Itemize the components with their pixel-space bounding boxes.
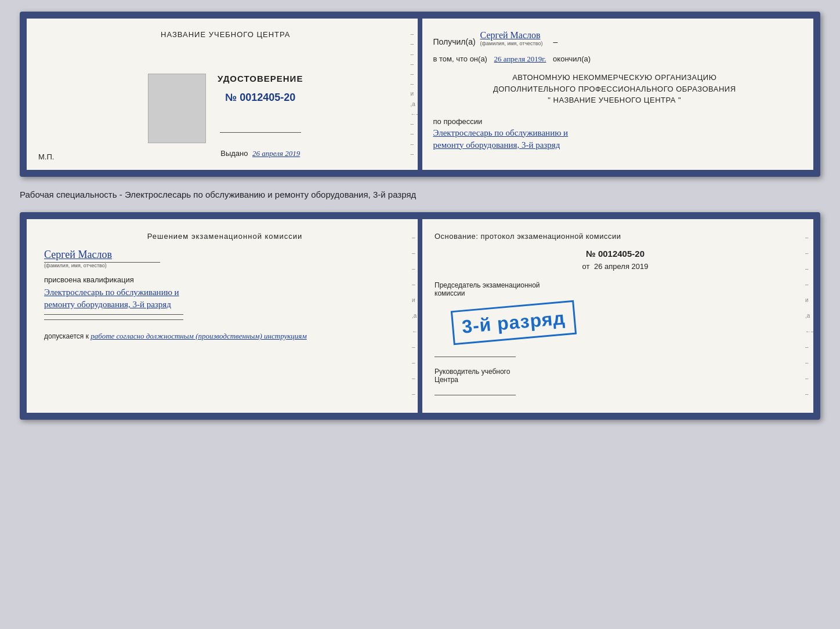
rd11: – (805, 391, 810, 397)
rd7: ←– (805, 329, 810, 335)
side-texture-lower-left: – – – – и ,а ←– – – – – (412, 231, 417, 401)
rd2: – (805, 250, 810, 256)
lower-name-handwritten: Сергей Маслов (44, 249, 112, 261)
lower-qual-line1: Электрослесарь по обслуживанию и (44, 288, 405, 297)
d9: ←– (411, 111, 415, 117)
udost-title: УДОСТОВЕРЕНИЕ (218, 74, 303, 83)
ld6: ,а (412, 313, 417, 319)
upper-center-title: НАЗВАНИЕ УЧЕБНОГО ЦЕНТРА (161, 30, 290, 39)
dopusk-text: работе согласно должностным (производств… (90, 332, 306, 340)
d13: – (411, 151, 415, 157)
ld10: – (412, 376, 417, 381)
recipient-handwritten: Сергей Маслов (480, 30, 541, 41)
rukovoditel-sig-line (435, 388, 516, 395)
profession-line1: Электрослесарь по обслуживанию и (433, 128, 796, 138)
d5: – (411, 71, 415, 77)
ld1: – (412, 235, 417, 241)
predsedatel-text: Председатель экзаменационной комиссии (435, 281, 796, 297)
rukovoditel-line2: Центра (435, 376, 458, 384)
lower-fio-label: (фамилия, имя, отчество) (44, 263, 405, 268)
lower-num-line: № 0012405-20 (435, 249, 796, 259)
ot-date: 26 апреля 2019 (594, 262, 649, 271)
ld2: – (412, 250, 417, 256)
rd1: – (805, 235, 810, 241)
dopuskaetsya-block: допускается к работе согласно должностны… (44, 332, 405, 341)
rd9: – (805, 360, 810, 366)
d1: – (411, 31, 415, 37)
po-professii-label: по профессии (433, 117, 483, 126)
lower-name-block: Сергей Маслов (фамилия, имя, отчество) (44, 249, 405, 268)
reshen-title: Решением экзаменационной комиссии (44, 232, 405, 241)
upper-cert-right: Получил(а) Сергей Маслов (фамилия, имя, … (419, 19, 814, 170)
ld11: – (412, 391, 417, 397)
mp-label: М.П. (38, 152, 54, 161)
avtonomnuyu-block: АВТОНОМНУЮ НЕКОММЕРЧЕСКУЮ ОРГАНИЗАЦИЮ ДО… (433, 72, 796, 106)
rd3: – (805, 266, 810, 272)
upper-dash: – (553, 37, 557, 46)
prisvoena-text: присвоена квалификация (44, 275, 405, 284)
stamp: 3-й разряд (451, 300, 577, 345)
vydano-line: Выдано 26 апреля 2019 (220, 149, 300, 158)
rd5: и (805, 297, 810, 303)
ld8: – (412, 344, 417, 350)
upper-certificate: НАЗВАНИЕ УЧЕБНОГО ЦЕНТРА УДОСТОВЕРЕНИЕ №… (20, 12, 820, 177)
predsedatel-line1: Председатель экзаменационной (435, 281, 540, 289)
d4: – (411, 61, 415, 67)
vydano-date: 26 апреля 2019 (252, 149, 300, 158)
rukovoditel-text: Руководитель учебного Центра (435, 368, 796, 384)
page-container: НАЗВАНИЕ УЧЕБНОГО ЦЕНТРА УДОСТОВЕРЕНИЕ №… (20, 12, 820, 420)
osnovanie-text: Основание: протокол экзаменационной коми… (435, 232, 796, 241)
photo-placeholder (148, 74, 206, 143)
side-texture-upper-left: – – – – – – и ,а ←– – – – – (411, 30, 415, 158)
fio-label-upper: (фамилия, имя, отчество) (480, 41, 543, 46)
d12: – (411, 141, 415, 147)
d7: и (411, 91, 415, 97)
vydano-label: Выдано (220, 149, 248, 158)
ot-line: от 26 апреля 2019 (435, 262, 796, 271)
side-texture-lower-right: – – – – и ,а ←– – – – – (805, 231, 810, 401)
predsedatel-sig-line (435, 350, 516, 357)
rd10: – (805, 376, 810, 381)
rd4: – (805, 282, 810, 288)
upper-cert-left: НАЗВАНИЕ УЧЕБНОГО ЦЕНТРА УДОСТОВЕРЕНИЕ №… (27, 19, 419, 170)
lower-cert-left: Решением экзаменационной комиссии Сергей… (27, 219, 420, 413)
lower-qual-line2: ремонту оборудования, 3-й разряд (44, 300, 405, 310)
stamp-text: 3-й разряд (461, 307, 566, 337)
ld4: – (412, 282, 417, 288)
avt-line2: ДОПОЛНИТЕЛЬНОГО ПРОФЕССИОНАЛЬНОГО ОБРАЗО… (433, 83, 796, 95)
vtom-line: в том, что он(а) 26 апреля 2019г. окончи… (433, 54, 796, 64)
profession-line2: ремонту оборудования, 3-й разряд (433, 140, 796, 150)
rukovoditel-line1: Руководитель учебного (435, 368, 510, 376)
ld7: ←– (412, 329, 417, 335)
caption-text: Рабочая специальность - Электрослесарь п… (20, 187, 820, 202)
dopuskaetsya-label: допускается к (44, 332, 89, 340)
ot-label: от (582, 262, 589, 271)
recipient-name: Сергей Маслов (фамилия, имя, отчество) (480, 30, 543, 46)
lower-qual-block: Электрослесарь по обслуживанию и ремонту… (44, 288, 405, 310)
poluchil-line: Получил(а) Сергей Маслов (фамилия, имя, … (433, 30, 796, 46)
udost-number: № 0012405-20 (225, 92, 295, 104)
lower-certificate: Решением экзаменационной комиссии Сергей… (20, 212, 820, 420)
udost-info: УДОСТОВЕРЕНИЕ № 0012405-20 Выдано 26 апр… (218, 74, 303, 158)
d11: – (411, 131, 415, 137)
avt-line3: " НАЗВАНИЕ УЧЕБНОГО ЦЕНТРА " (433, 94, 796, 106)
okonchil-label: окончил(а) (553, 54, 591, 63)
rd6: ,а (805, 313, 810, 319)
predsedatel-line2: комиссии (435, 289, 465, 297)
rd8: – (805, 344, 810, 350)
signature-line-1 (220, 126, 301, 133)
left-photo-area: УДОСТОВЕРЕНИЕ № 0012405-20 Выдано 26 апр… (148, 74, 303, 158)
d8: ,а (411, 101, 415, 107)
d2: – (411, 41, 415, 47)
po-professii-block: по профессии Электрослесарь по обслужива… (433, 117, 796, 150)
avt-line1: АВТОНОМНУЮ НЕКОММЕРЧЕСКУЮ ОРГАНИЗАЦИЮ (433, 72, 796, 83)
lower-cert-right: Основание: протокол экзаменационной коми… (420, 219, 813, 413)
ld9: – (412, 360, 417, 366)
d3: – (411, 52, 415, 57)
ld3: – (412, 266, 417, 272)
d6: – (411, 81, 415, 87)
ld5: и (412, 297, 417, 303)
poluchil-label: Получил(а) (433, 37, 476, 46)
vtom-label: в том, что он(а) (433, 54, 487, 63)
date-handwritten: 26 апреля 2019г. (494, 54, 546, 64)
